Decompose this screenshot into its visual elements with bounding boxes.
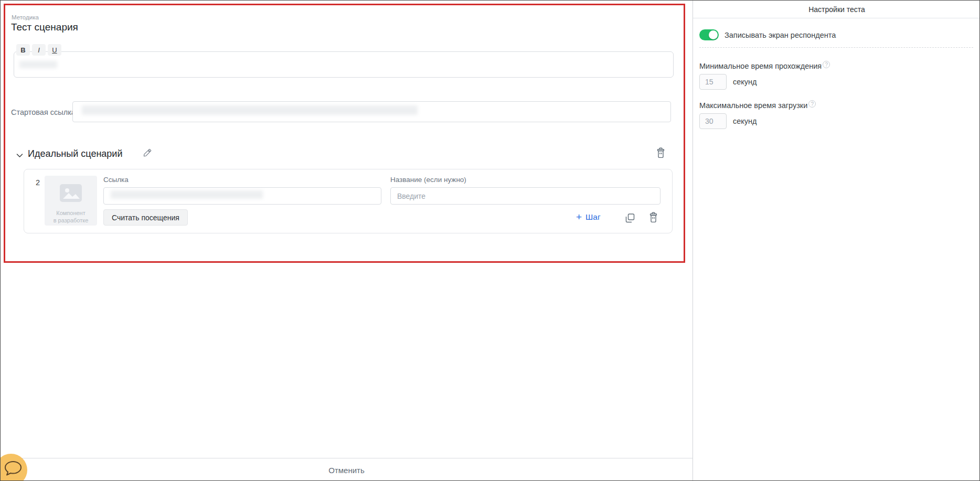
chevron-down-icon[interactable] xyxy=(16,151,23,160)
start-link-label: Стартовая ссылка xyxy=(11,108,76,116)
sidebar-body: Записывать экран респондента Минимальное… xyxy=(693,29,980,129)
min-time-label-row: Минимальное время прохождения ? xyxy=(699,62,973,70)
duplicate-step-icon[interactable] xyxy=(625,213,635,226)
bold-button[interactable]: B xyxy=(16,44,30,56)
sidebar-title: Настройки теста xyxy=(808,5,865,14)
record-screen-label: Записывать экран респондента xyxy=(725,31,836,39)
delete-scenario-icon[interactable] xyxy=(656,147,666,161)
scenario-section-title: Идеальный сценарий xyxy=(28,148,122,159)
description-editor[interactable] xyxy=(14,51,674,78)
cancel-button[interactable]: Отменить xyxy=(323,466,370,475)
main-panel: Методика Тест сценария B I U Стартовая с… xyxy=(1,1,693,481)
help-icon[interactable]: ? xyxy=(808,100,816,108)
image-placeholder-icon xyxy=(60,184,82,204)
step-thumbnail-placeholder: Компонент в разработке xyxy=(45,176,97,226)
screen: Методика Тест сценария B I U Стартовая с… xyxy=(0,0,980,481)
min-time-input[interactable] xyxy=(699,74,727,90)
step-link-label: Ссылка xyxy=(103,176,129,184)
toggle-knob xyxy=(709,30,718,39)
scenario-section-header: Идеальный сценарий xyxy=(1,147,686,161)
speech-bubble-icon xyxy=(4,460,23,477)
redacted-text xyxy=(19,61,57,68)
record-screen-toggle[interactable] xyxy=(699,29,719,40)
placeholder-caption: Компонент в разработке xyxy=(54,209,89,224)
settings-sidebar: Настройки теста Записывать экран респонд… xyxy=(693,1,980,481)
edit-pencil-icon[interactable] xyxy=(143,149,152,160)
step-name-input[interactable] xyxy=(390,187,661,205)
sidebar-header: Настройки теста xyxy=(693,1,980,18)
underline-button[interactable]: U xyxy=(48,44,61,56)
max-time-label: Максимальное время загрузки xyxy=(699,101,807,110)
methodology-label: Методика xyxy=(12,14,39,20)
max-time-input[interactable] xyxy=(699,113,727,129)
min-time-label: Минимальное время прохождения xyxy=(699,62,822,70)
help-icon[interactable]: ? xyxy=(823,61,830,68)
step-link-input[interactable] xyxy=(103,187,381,205)
step-number: 2 xyxy=(36,178,40,187)
add-step-label: Шаг xyxy=(585,212,600,222)
footer-bar: Отменить xyxy=(1,458,693,481)
count-visits-button[interactable]: Считать посещения xyxy=(103,209,188,226)
max-time-label-row: Максимальное время загрузки ? xyxy=(699,101,973,110)
max-time-unit: секунд xyxy=(733,117,757,125)
plus-icon: + xyxy=(576,212,582,222)
page-title: Тест сценария xyxy=(11,22,78,33)
record-screen-row: Записывать экран респондента xyxy=(699,29,973,40)
editor-toolbar: B I U xyxy=(16,44,61,56)
delete-step-icon[interactable] xyxy=(648,212,658,225)
add-step-button[interactable]: + Шаг xyxy=(576,212,601,222)
max-time-input-row: секунд xyxy=(699,113,973,129)
step-name-label: Название (если нужно) xyxy=(390,176,466,184)
start-link-input[interactable] xyxy=(72,101,671,122)
min-time-input-row: секунд xyxy=(699,74,973,90)
italic-button[interactable]: I xyxy=(32,44,46,56)
min-time-unit: секунд xyxy=(733,78,757,86)
scenario-step-card: 2 Компонент в разработке Ссылка Название… xyxy=(24,169,673,233)
divider xyxy=(699,47,973,48)
